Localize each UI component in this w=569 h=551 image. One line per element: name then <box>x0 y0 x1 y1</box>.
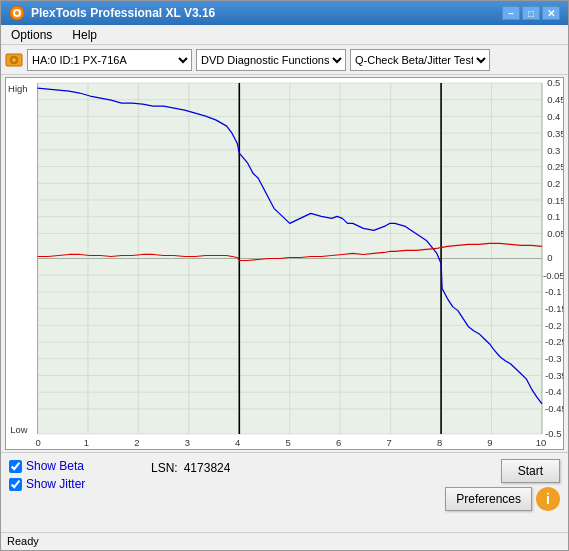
preferences-button[interactable]: Preferences <box>445 487 532 511</box>
svg-text:0.15: 0.15 <box>547 197 563 207</box>
chart-area: 0.5 0.45 0.4 0.35 0.3 0.25 0.2 0.15 0.1 … <box>5 77 564 450</box>
svg-text:0.2: 0.2 <box>547 179 560 189</box>
show-jitter-row: Show Jitter <box>9 477 85 491</box>
drive-icon <box>5 51 23 69</box>
svg-text:High: High <box>8 84 27 94</box>
svg-text:5: 5 <box>286 438 291 448</box>
svg-text:0.5: 0.5 <box>547 78 560 88</box>
show-jitter-label: Show Jitter <box>26 477 85 491</box>
svg-text:0.3: 0.3 <box>547 146 560 156</box>
buttons-area: Start Preferences i <box>445 459 560 511</box>
svg-text:7: 7 <box>386 438 391 448</box>
svg-text:-0.5: -0.5 <box>545 429 561 439</box>
function-select[interactable]: DVD Diagnostic Functions <box>196 49 346 71</box>
svg-text:1: 1 <box>84 438 89 448</box>
close-button[interactable]: ✕ <box>542 6 560 20</box>
svg-point-5 <box>13 58 16 61</box>
svg-text:0.35: 0.35 <box>547 129 563 139</box>
lsn-value: 4173824 <box>184 461 231 475</box>
svg-text:0.05: 0.05 <box>547 230 563 240</box>
svg-text:0.1: 0.1 <box>547 213 560 223</box>
status-bar: Ready <box>1 532 568 550</box>
toolbar: HA:0 ID:1 PX-716A DVD Diagnostic Functio… <box>1 45 568 75</box>
svg-point-2 <box>15 11 19 15</box>
title-controls: – □ ✕ <box>502 6 560 20</box>
show-beta-label: Show Beta <box>26 459 84 473</box>
svg-text:0.25: 0.25 <box>547 162 563 172</box>
menu-options[interactable]: Options <box>5 27 58 43</box>
menu-help[interactable]: Help <box>66 27 103 43</box>
svg-text:0.45: 0.45 <box>547 95 563 105</box>
menu-bar: Options Help <box>1 25 568 45</box>
main-window: PlexTools Professional XL V3.16 – □ ✕ Op… <box>0 0 569 551</box>
svg-text:10: 10 <box>536 438 547 448</box>
app-icon <box>9 5 25 21</box>
svg-text:8: 8 <box>437 438 442 448</box>
svg-text:2: 2 <box>134 438 139 448</box>
svg-text:9: 9 <box>487 438 492 448</box>
preferences-row: Preferences i <box>445 487 560 511</box>
minimize-button[interactable]: – <box>502 6 520 20</box>
checkboxes-area: Show Beta Show Jitter <box>9 459 85 491</box>
show-beta-row: Show Beta <box>9 459 85 473</box>
svg-text:3: 3 <box>185 438 190 448</box>
info-button[interactable]: i <box>536 487 560 511</box>
svg-text:4: 4 <box>235 438 240 448</box>
bottom-panel: Show Beta Show Jitter LSN: 4173824 Start… <box>1 452 568 532</box>
drive-select[interactable]: HA:0 ID:1 PX-716A <box>27 49 192 71</box>
svg-text:6: 6 <box>336 438 341 448</box>
window-title: PlexTools Professional XL V3.16 <box>31 6 215 20</box>
svg-text:-0.45: -0.45 <box>545 404 563 414</box>
svg-text:-0.2: -0.2 <box>545 321 561 331</box>
svg-text:Low: Low <box>10 425 28 435</box>
svg-text:-0.1: -0.1 <box>545 287 561 297</box>
start-button[interactable]: Start <box>501 459 560 483</box>
svg-text:-0.3: -0.3 <box>545 354 561 364</box>
title-bar: PlexTools Professional XL V3.16 – □ ✕ <box>1 1 568 25</box>
lsn-area: LSN: 4173824 <box>151 461 230 475</box>
lsn-label: LSN: <box>151 461 178 475</box>
svg-text:-0.4: -0.4 <box>545 387 561 397</box>
title-bar-left: PlexTools Professional XL V3.16 <box>9 5 215 21</box>
show-jitter-checkbox[interactable] <box>9 478 22 491</box>
maximize-button[interactable]: □ <box>522 6 540 20</box>
status-text: Ready <box>7 535 39 547</box>
test-select[interactable]: Q-Check Beta/Jitter Test <box>350 49 490 71</box>
show-beta-checkbox[interactable] <box>9 460 22 473</box>
svg-text:-0.15: -0.15 <box>545 304 563 314</box>
svg-text:-0.25: -0.25 <box>545 337 563 347</box>
chart-svg: 0.5 0.45 0.4 0.35 0.3 0.25 0.2 0.15 0.1 … <box>6 78 563 449</box>
svg-text:0: 0 <box>547 254 552 264</box>
svg-text:-0.35: -0.35 <box>545 371 563 381</box>
svg-text:-0.05: -0.05 <box>543 271 563 281</box>
svg-text:0: 0 <box>35 438 40 448</box>
svg-text:0.4: 0.4 <box>547 112 560 122</box>
